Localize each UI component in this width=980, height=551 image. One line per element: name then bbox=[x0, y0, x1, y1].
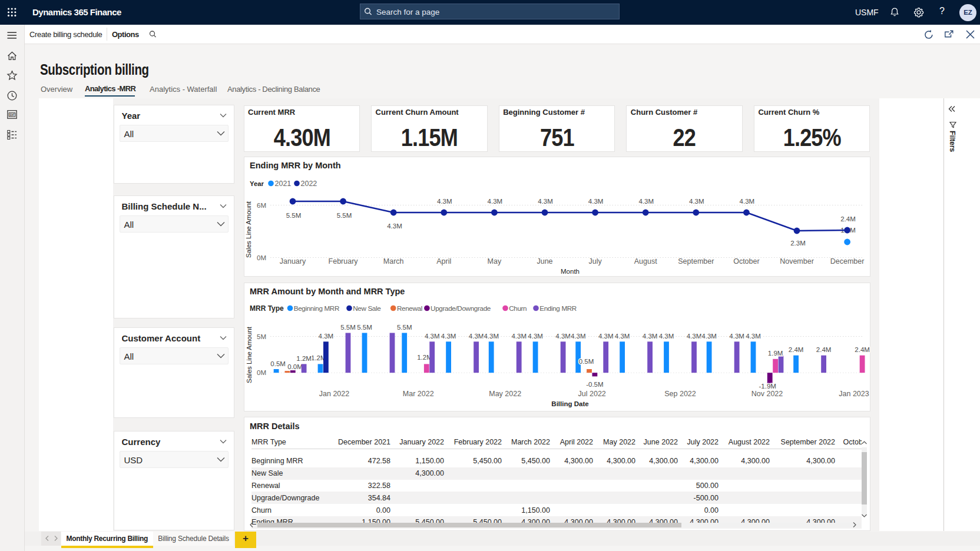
svg-text:4.3M: 4.3M bbox=[638, 198, 654, 205]
svg-text:Upgrade/Downgrade: Upgrade/Downgrade bbox=[431, 304, 491, 312]
svg-text:4.3M: 4.3M bbox=[319, 333, 334, 340]
svg-text:Nov 2022: Nov 2022 bbox=[751, 390, 783, 398]
svg-text:2.4M: 2.4M bbox=[816, 346, 832, 353]
svg-text:August: August bbox=[634, 257, 657, 265]
svg-text:0.5M: 0.5M bbox=[270, 360, 286, 367]
svg-text:Mar 2022: Mar 2022 bbox=[403, 390, 434, 398]
svg-text:Beginning MRR: Beginning MRR bbox=[294, 304, 339, 312]
svg-text:0.5M: 0.5M bbox=[579, 358, 594, 365]
svg-text:5.5M: 5.5M bbox=[286, 212, 302, 219]
svg-text:4.3M: 4.3M bbox=[701, 333, 717, 340]
svg-text:Churn: Churn bbox=[509, 304, 527, 312]
svg-text:Jul 2022: Jul 2022 bbox=[578, 390, 606, 398]
svg-text:Ending MRR: Ending MRR bbox=[539, 304, 577, 312]
svg-text:2.4M: 2.4M bbox=[789, 346, 804, 353]
svg-text:New Sale: New Sale bbox=[353, 304, 380, 312]
svg-text:Sales Line Amount: Sales Line Amount bbox=[246, 326, 253, 383]
svg-text:March: March bbox=[383, 257, 404, 265]
svg-text:Jan 2022: Jan 2022 bbox=[319, 390, 349, 398]
svg-text:2.3M: 2.3M bbox=[790, 240, 806, 247]
svg-text:1.2M: 1.2M bbox=[296, 355, 312, 362]
svg-text:-1.9M: -1.9M bbox=[759, 383, 776, 390]
svg-text:5.5M: 5.5M bbox=[337, 212, 352, 219]
svg-text:MRR Type: MRR Type bbox=[250, 304, 284, 313]
svg-text:June: June bbox=[537, 257, 552, 265]
svg-text:4.3M: 4.3M bbox=[425, 333, 440, 340]
svg-text:6M: 6M bbox=[257, 202, 266, 209]
svg-text:September: September bbox=[678, 257, 714, 265]
svg-text:4.3M: 4.3M bbox=[746, 333, 761, 340]
svg-text:4.3M: 4.3M bbox=[484, 333, 499, 340]
svg-text:4.3M: 4.3M bbox=[615, 333, 630, 340]
svg-text:-0.5M: -0.5M bbox=[586, 381, 603, 388]
svg-text:Month: Month bbox=[561, 268, 580, 275]
svg-text:5.5M: 5.5M bbox=[397, 324, 412, 331]
svg-text:July: July bbox=[588, 257, 602, 265]
svg-text:4.3M: 4.3M bbox=[437, 198, 452, 205]
svg-text:4.3M: 4.3M bbox=[598, 333, 614, 340]
svg-text:February: February bbox=[329, 257, 359, 265]
svg-text:Year: Year bbox=[250, 180, 264, 187]
svg-text:4.3M: 4.3M bbox=[588, 198, 604, 205]
svg-text:4.3M: 4.3M bbox=[571, 333, 586, 340]
svg-text:November: November bbox=[780, 257, 814, 265]
svg-text:4.3M: 4.3M bbox=[740, 198, 755, 205]
svg-text:4.3M: 4.3M bbox=[687, 333, 702, 340]
svg-text:Sep 2022: Sep 2022 bbox=[664, 390, 696, 398]
svg-text:December: December bbox=[830, 257, 865, 265]
svg-text:1.9M: 1.9M bbox=[768, 350, 783, 357]
svg-text:Renewal: Renewal bbox=[397, 304, 422, 312]
svg-text:4.3M: 4.3M bbox=[538, 198, 553, 205]
svg-text:4.3M: 4.3M bbox=[511, 333, 527, 340]
svg-text:4.3M: 4.3M bbox=[643, 333, 658, 340]
svg-text:Jan 2023: Jan 2023 bbox=[839, 390, 869, 398]
svg-text:0.0M: 0.0M bbox=[287, 363, 303, 370]
svg-text:October: October bbox=[733, 257, 759, 265]
svg-text:2.4M: 2.4M bbox=[855, 346, 870, 353]
svg-text:4.3M: 4.3M bbox=[528, 333, 543, 340]
svg-text:5M: 5M bbox=[257, 333, 266, 340]
svg-text:5.5M: 5.5M bbox=[357, 324, 372, 331]
svg-text:4.3M: 4.3M bbox=[729, 333, 744, 340]
svg-text:MRR Amount by Month and MRR Ty: MRR Amount by Month and MRR Type bbox=[250, 287, 405, 296]
svg-text:2.4M: 2.4M bbox=[840, 215, 856, 223]
svg-text:4.3M: 4.3M bbox=[387, 223, 402, 230]
svg-text:0M: 0M bbox=[257, 254, 266, 261]
svg-text:April: April bbox=[436, 257, 451, 265]
svg-text:Ending MRR by Month: Ending MRR by Month bbox=[250, 161, 341, 170]
svg-text:4.3M: 4.3M bbox=[488, 198, 503, 205]
svg-text:4.3M: 4.3M bbox=[659, 333, 674, 340]
svg-text:5.5M: 5.5M bbox=[340, 324, 356, 331]
svg-text:May: May bbox=[488, 257, 502, 265]
svg-text:0M: 0M bbox=[257, 369, 266, 376]
svg-text:May 2022: May 2022 bbox=[489, 390, 521, 398]
svg-text:2021: 2021 bbox=[275, 180, 292, 188]
svg-text:2022: 2022 bbox=[301, 180, 317, 188]
svg-text:4.3M: 4.3M bbox=[441, 333, 456, 340]
svg-text:Sales Line Amount: Sales Line Amount bbox=[245, 201, 252, 258]
svg-text:4.3M: 4.3M bbox=[689, 198, 704, 205]
svg-text:4.3M: 4.3M bbox=[469, 333, 484, 340]
svg-text:Billing Date: Billing Date bbox=[551, 400, 588, 407]
svg-text:January: January bbox=[280, 257, 306, 265]
svg-text:4.3M: 4.3M bbox=[555, 333, 571, 340]
svg-text:DF: DF bbox=[10, 113, 15, 117]
